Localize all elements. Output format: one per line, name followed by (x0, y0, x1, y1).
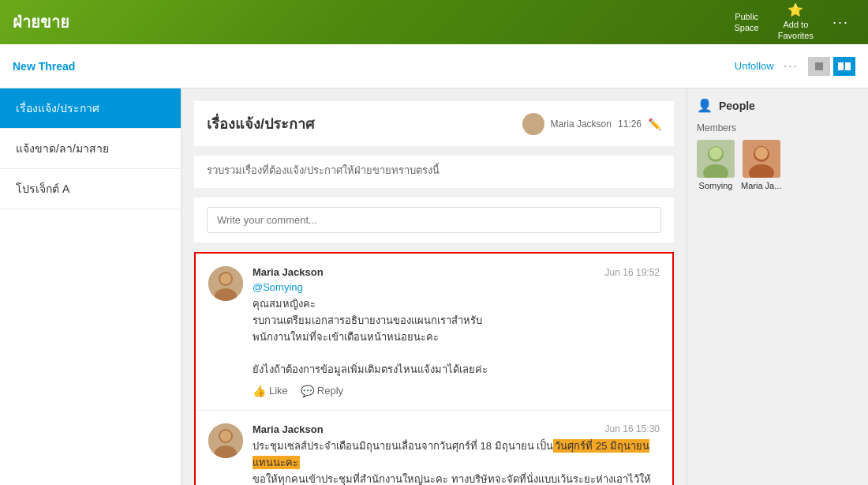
sidebar: เรื่องแจ้ง/ประกาศ แจ้งขาด/ลา/มาสาย โปรเจ… (0, 88, 181, 485)
post-2-author: Maria Jackson (253, 423, 324, 435)
post-1-actions: 👍 Like 💬 Reply (253, 385, 660, 397)
post-1-reply-button[interactable]: 💬 Reply (301, 385, 343, 397)
star-icon: ⭐ (778, 2, 814, 19)
comment-box (194, 197, 674, 242)
svg-rect-2 (845, 62, 851, 70)
member-somying: Somying (697, 140, 735, 190)
post-1-like-button[interactable]: 👍 Like (253, 385, 288, 397)
edit-icon[interactable]: ✏️ (648, 118, 661, 130)
sub-more-button[interactable]: ··· (784, 59, 799, 73)
post-1-content: Maria Jackson Jun 16 19:52 @Somying คุณส… (253, 266, 660, 397)
sidebar-item-label: แจ้งขาด/ลา/มาสาย (16, 142, 109, 155)
sidebar-item-label: โปรเจ็กต์ A (16, 182, 69, 195)
main-layout: เรื่องแจ้ง/ประกาศ แจ้งขาด/ลา/มาสาย โปรเจ… (0, 88, 868, 485)
thread-title: เรื่องแจ้ง/ประกาศ (207, 112, 513, 135)
post-2-meta: Maria Jackson Jun 16 15:30 (253, 423, 660, 435)
app-title: ฝ่ายขาย (13, 9, 728, 35)
double-view-button[interactable] (833, 57, 855, 76)
svg-point-12 (220, 430, 231, 442)
post-2-body: ประชุมเซลส์ประจำเดือนมิถุนายนเลื่อนจากวั… (253, 438, 660, 485)
comment-input[interactable] (207, 207, 661, 233)
mariaja-name: Maria Ja... (741, 181, 781, 190)
svg-point-20 (755, 147, 768, 160)
people-icon: 👤 (697, 98, 713, 113)
thread-header: เรื่องแจ้ง/ประกาศ Maria Jackson 11:26 ✏️ (194, 101, 674, 146)
members-label: Members (697, 122, 859, 133)
post-1-mention: @Somying (253, 281, 660, 293)
header-actions: PublicSpace ⭐ Add toFavorites ··· (728, 0, 855, 45)
reply-label: Reply (317, 385, 343, 397)
reply-icon: 💬 (301, 385, 314, 397)
top-header: ฝ่ายขาย PublicSpace ⭐ Add toFavorites ··… (0, 0, 868, 44)
sub-header: New Thread Unfollow ··· (0, 44, 868, 88)
svg-point-4 (526, 126, 541, 135)
avatar-image (522, 113, 544, 135)
members-list: Somying Maria Ja... (697, 140, 859, 190)
somying-name: Somying (699, 181, 733, 190)
right-panel: 👤 People Members Somying (687, 88, 868, 485)
add-favorites-label: Add toFavorites (778, 20, 814, 40)
posts-container: Maria Jackson Jun 16 19:52 @Somying คุณส… (194, 252, 674, 485)
sidebar-item-label: เรื่องแจ้ง/ประกาศ (16, 102, 99, 115)
new-thread-button[interactable]: New Thread (13, 60, 735, 73)
somying-avatar (697, 140, 735, 178)
single-column-icon (814, 61, 825, 72)
post-1: Maria Jackson Jun 16 19:52 @Somying คุณส… (196, 254, 672, 411)
post-1-meta: Maria Jackson Jun 16 19:52 (253, 266, 660, 278)
post-1-time: Jun 16 19:52 (605, 267, 660, 278)
post-2-content: Maria Jackson Jun 16 15:30 ประชุมเซลส์ปร… (253, 423, 660, 485)
double-column-icon (837, 61, 851, 72)
maria-avatar-1 (208, 266, 243, 301)
svg-point-8 (220, 273, 231, 284)
add-favorites-button[interactable]: ⭐ Add toFavorites (772, 0, 820, 45)
somying-avatar-image (697, 140, 735, 178)
svg-rect-0 (815, 62, 823, 70)
mariaja-avatar-image (743, 140, 780, 178)
post-2: Maria Jackson Jun 16 15:30 ประชุมเซลส์ปร… (196, 411, 672, 485)
mariaja-avatar (743, 140, 780, 178)
thread-time: 11:26 (618, 118, 642, 130)
post-2-avatar (208, 423, 243, 458)
maria-avatar-2 (208, 423, 243, 458)
thread-desc-text: รวบรวมเรื่องที่ต้องแจ้ง/ประกาศให้ฝ่ายขาย… (207, 164, 440, 176)
sidebar-item-absence[interactable]: แจ้งขาด/ลา/มาสาย (0, 129, 181, 169)
public-space-button[interactable]: PublicSpace (728, 8, 765, 37)
view-toggle (808, 57, 855, 76)
content-area: เรื่องแจ้ง/ประกาศ Maria Jackson 11:26 ✏️… (181, 88, 687, 485)
thread-author-avatar (522, 113, 544, 135)
svg-rect-1 (838, 62, 844, 70)
member-mariaja: Maria Ja... (741, 140, 781, 190)
people-title: People (719, 100, 755, 112)
people-header: 👤 People (697, 98, 859, 113)
thread-description: รวบรวมเรื่องที่ต้องแจ้ง/ประกาศให้ฝ่ายขาย… (194, 156, 674, 188)
post-2-highlight: วันศุกร์ที่ 25 มิถุนายนแทนนะคะ (253, 439, 649, 469)
unfollow-button[interactable]: Unfollow (735, 60, 774, 72)
post-1-author: Maria Jackson (253, 266, 324, 278)
thread-meta: Maria Jackson 11:26 ✏️ (522, 113, 661, 135)
thumb-up-icon: 👍 (253, 385, 266, 397)
post-1-avatar (208, 266, 243, 301)
thread-author: Maria Jackson (551, 118, 612, 130)
post-2-time: Jun 16 15:30 (605, 423, 660, 434)
post-2-header: Maria Jackson Jun 16 15:30 ประชุมเซลส์ปร… (208, 423, 660, 485)
public-space-label: PublicSpace (735, 12, 759, 32)
sidebar-item-announcements[interactable]: เรื่องแจ้ง/ประกาศ (0, 88, 181, 129)
svg-point-3 (529, 118, 538, 127)
post-1-body: คุณสมหญิงคะ รบกวนเตรียมเอกสารอธิบายงานขอ… (253, 296, 660, 378)
single-view-button[interactable] (808, 57, 830, 76)
sub-header-right: Unfollow ··· (735, 57, 855, 76)
post-1-header: Maria Jackson Jun 16 19:52 @Somying คุณส… (208, 266, 660, 397)
header-more-button[interactable]: ··· (826, 11, 855, 34)
svg-point-16 (709, 147, 722, 160)
sidebar-item-projecta[interactable]: โปรเจ็กต์ A (0, 169, 181, 209)
like-label: Like (269, 385, 288, 397)
